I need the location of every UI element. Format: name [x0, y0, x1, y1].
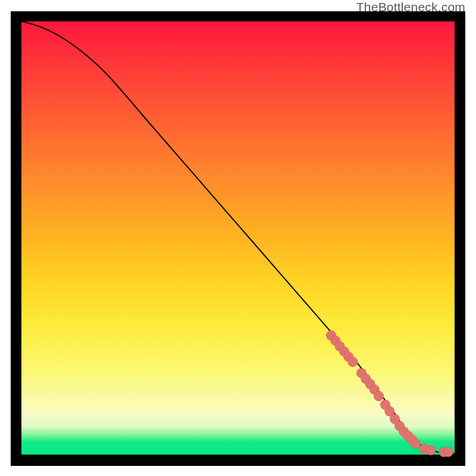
- chart-svg: [21, 21, 455, 455]
- data-marker: [348, 357, 358, 367]
- data-marker: [443, 447, 453, 456]
- data-marker: [411, 439, 420, 449]
- chart-plot-area: [21, 21, 455, 455]
- curve-line: [21, 21, 455, 454]
- data-marker: [374, 392, 383, 401]
- data-markers: [326, 331, 453, 457]
- data-marker: [426, 446, 436, 455]
